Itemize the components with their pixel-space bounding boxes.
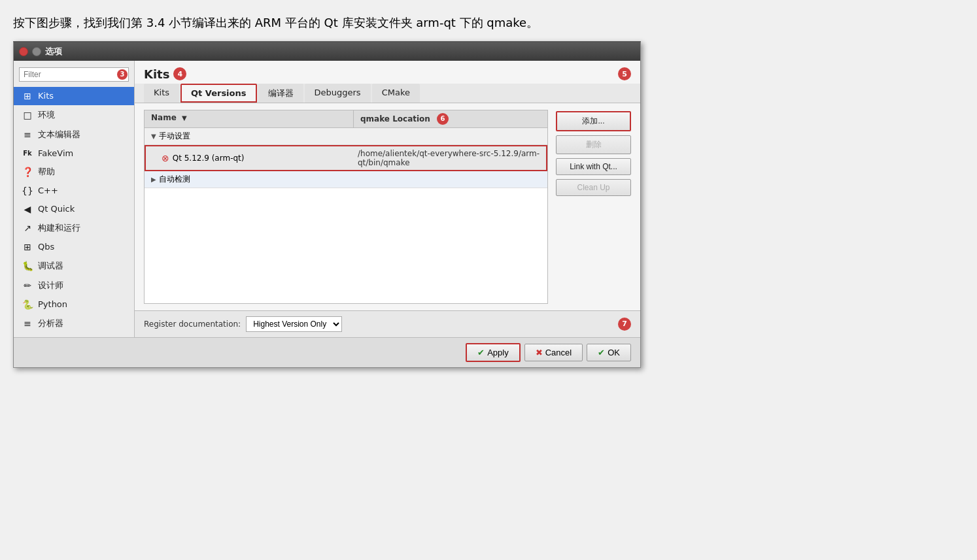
analyzer-icon: ≡ [22,318,33,329]
col-badge: 6 [437,113,449,125]
sidebar-item-kits[interactable]: ⊞ Kits [14,87,134,105]
col-name-header: Name ▼ [145,110,354,127]
table-row[interactable]: ⊗ Qt 5.12.9 (arm-qt) /home/alientek/qt-e… [145,145,547,171]
col-qmake-header: qmake Location 6 [354,110,547,127]
sidebar-item-editor[interactable]: ≡ 文本编辑器 [14,125,134,144]
sidebar-item-debugger-label: 调试器 [38,260,63,272]
sidebar-item-debugger[interactable]: 🐛 调试器 [14,256,134,276]
sidebar-item-designer-label: 设计师 [38,280,63,291]
right-badge: 5 [618,67,631,80]
help-icon: ❓ [22,167,33,177]
tab-compiler[interactable]: 编译器 [258,84,303,103]
close-button[interactable] [19,47,28,56]
footer-badge: 7 [618,318,631,331]
sidebar-item-env-label: 环境 [38,109,55,121]
sidebar-item-qtquick[interactable]: ◀ Qt Quick [14,200,134,218]
auto-section-label: 自动检测 [159,174,190,185]
sidebar-item-analyzer-label: 分析器 [38,318,63,329]
sidebar-item-designer[interactable]: ✏ 设计师 [14,276,134,295]
sidebar-item-editor-label: 文本编辑器 [38,129,80,140]
dialog-main: 3 ⊞ Kits □ 环境 ≡ 文本编辑器 Fk FakeVim [14,61,640,337]
sidebar-item-env[interactable]: □ 环境 [14,105,134,125]
buttons-panel: 添加... 删除 Link with Qt... Clean Up [556,110,631,304]
cpp-icon: {} [22,186,33,196]
python-icon: 🐍 [22,299,33,310]
register-doc-select[interactable]: Highest Version Only All Versions None [246,316,342,332]
delete-button[interactable]: 删除 [556,135,631,154]
tab-cmake[interactable]: CMake [372,84,420,103]
filter-input[interactable] [19,67,129,82]
add-button[interactable]: 添加... [556,111,631,131]
register-doc-label: Register documentation: [144,320,241,329]
editor-icon: ≡ [22,129,33,140]
content-footer: Register documentation: Highest Version … [135,310,640,337]
sidebar-item-qbs-label: Qbs [38,242,54,252]
sidebar-item-qtquick-label: Qt Quick [38,204,75,214]
content-area: Kits 4 5 Kits Qt Versions 编译器 [135,61,640,337]
sidebar-item-cpp-label: C++ [38,186,58,195]
sidebar: 3 ⊞ Kits □ 环境 ≡ 文本编辑器 Fk FakeVim [14,61,135,337]
manual-section-header[interactable]: ▼ 手动设置 [145,128,547,145]
apply-button[interactable]: ✔ Apply [466,343,521,362]
filter-box: 3 [19,67,129,82]
sidebar-item-qbs[interactable]: ⊞ Qbs [14,238,134,256]
options-dialog: 选项 3 ⊞ Kits □ 环境 ≡ [13,41,641,368]
cancel-button[interactable]: ✖ Cancel [524,344,583,361]
debugger-icon: 🐛 [22,261,33,271]
apply-label: Apply [487,348,509,357]
auto-expand-icon: ▶ [151,176,156,183]
tab-qt-versions[interactable]: Qt Versions [180,84,257,103]
sidebar-item-cpp[interactable]: {} C++ [14,182,134,200]
row-name-cell: ⊗ Qt 5.12.9 (arm-qt) [162,153,358,163]
tab-kits[interactable]: Kits [144,84,179,103]
cancel-cross-icon: ✖ [536,348,543,357]
clean-up-button[interactable]: Clean Up [556,179,631,196]
content-badge: 4 [173,67,186,80]
sidebar-item-help[interactable]: ❓ 帮助 [14,162,134,182]
row-qt-name: Qt 5.12.9 (arm-qt) [173,154,245,163]
designer-icon: ✏ [22,280,33,291]
tabs-bar: Kits Qt Versions 编译器 Debuggers CMake [135,84,640,103]
fakevim-icon: Fk [22,150,33,157]
dialog-bottom-bar: ✔ Apply ✖ Cancel ✔ OK [14,337,640,367]
filter-badge: 3 [117,69,128,80]
apply-checkmark-icon: ✔ [477,348,485,357]
sidebar-item-fakevim-label: FakeVim [38,148,73,158]
cancel-label: Cancel [545,348,572,357]
manual-expand-icon: ▼ [151,133,156,140]
sidebar-item-kits-label: Kits [38,91,54,101]
table-header: Name ▼ qmake Location 6 [144,110,548,127]
content-header: Kits 4 5 [135,61,640,84]
ok-label: OK [608,348,620,357]
sidebar-item-python-label: Python [38,299,67,309]
table-body[interactable]: ▼ 手动设置 ⊗ Qt 5.12.9 (arm-qt) /home/alient… [144,127,548,304]
sort-arrow-icon: ▼ [182,114,187,122]
auto-section-header[interactable]: ▶ 自动检测 [145,171,547,188]
intro-text: 按下图步骤，找到我们第 3.4 小节编译出来的 ARM 平台的 Qt 库安装文件… [13,13,964,33]
dialog-body: 3 ⊞ Kits □ 环境 ≡ 文本编辑器 Fk FakeVim [14,61,640,367]
error-icon: ⊗ [162,153,169,163]
content-inner: Name ▼ qmake Location 6 [135,103,640,310]
ok-checkmark-icon: ✔ [598,348,605,357]
sidebar-item-build-label: 构建和运行 [38,222,80,234]
sidebar-item-python[interactable]: 🐍 Python [14,295,134,314]
sidebar-item-help-label: 帮助 [38,166,55,178]
sidebar-item-fakevim[interactable]: Fk FakeVim [14,144,134,162]
kits-icon: ⊞ [22,91,33,101]
dialog-title: 选项 [45,46,62,58]
minimize-button[interactable] [32,47,41,56]
dialog-titlebar: 选项 [14,42,640,61]
table-area: Name ▼ qmake Location 6 [144,110,548,304]
manual-section-label: 手动设置 [159,131,190,142]
build-icon: ↗ [22,223,33,233]
qbs-icon: ⊞ [22,242,33,252]
env-icon: □ [22,110,33,120]
tab-debuggers[interactable]: Debuggers [305,84,371,103]
qtquick-icon: ◀ [22,204,33,214]
sidebar-item-build[interactable]: ↗ 构建和运行 [14,218,134,238]
content-title: Kits [144,67,169,81]
ok-button[interactable]: ✔ OK [587,344,631,361]
row-qmake-value: /home/alientek/qt-everywhere-src-5.12.9/… [358,149,542,167]
link-with-qt-button[interactable]: Link with Qt... [556,158,631,175]
sidebar-item-analyzer[interactable]: ≡ 分析器 [14,314,134,333]
